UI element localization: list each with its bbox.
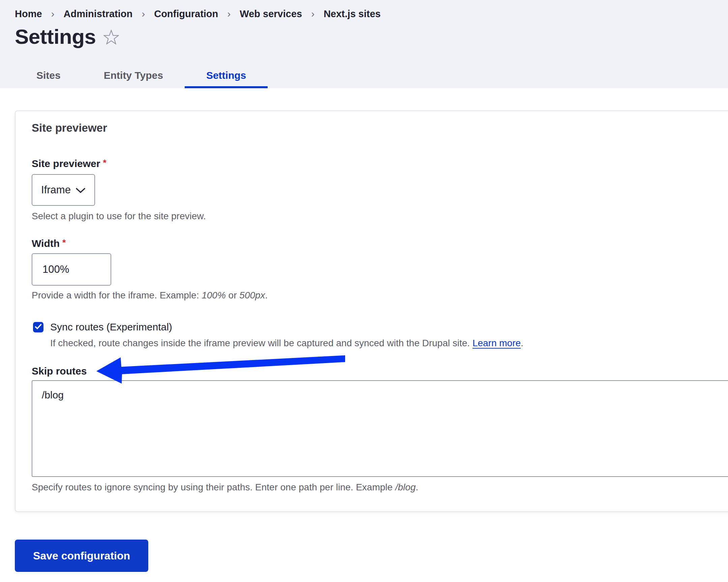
breadcrumb-item-web-services[interactable]: Web services (240, 8, 302, 20)
site-previewer-select[interactable]: Iframe (32, 174, 95, 206)
site-previewer-select-value: Iframe (41, 184, 71, 196)
breadcrumb-separator-icon: › (311, 8, 314, 20)
skip-routes-textarea[interactable]: /blog (32, 380, 728, 477)
breadcrumb-item-administration[interactable]: Administration (64, 8, 133, 20)
learn-more-link[interactable]: Learn more (472, 338, 521, 348)
breadcrumb-separator-icon: › (227, 8, 231, 20)
breadcrumb-item-nextjs-sites[interactable]: Next.js sites (323, 8, 381, 20)
page-header: Home › Administration › Configuration › … (0, 0, 728, 88)
breadcrumb-item-configuration[interactable]: Configuration (154, 8, 218, 20)
save-configuration-button[interactable]: Save configuration (15, 539, 148, 572)
sync-routes-description: If checked, route changes inside the ifr… (50, 337, 712, 350)
breadcrumb-separator-icon: › (141, 8, 145, 20)
site-previewer-card: Site previewer Site previewer* Iframe Se… (15, 110, 728, 512)
width-input[interactable] (32, 253, 111, 286)
main-content: Site previewer Site previewer* Iframe Se… (0, 110, 728, 572)
tab-bar: Sites Entity Types Settings (15, 63, 728, 88)
skip-routes-label: Skip routes (32, 364, 712, 378)
page-title: Settings (15, 24, 96, 49)
checkmark-icon (34, 323, 42, 331)
required-marker: * (62, 238, 66, 248)
tab-sites[interactable]: Sites (15, 63, 82, 88)
breadcrumb-separator-icon: › (51, 8, 55, 20)
chevron-down-icon (76, 184, 86, 196)
width-description: Provide a width for the iframe. Example:… (32, 289, 712, 302)
sync-routes-checkbox[interactable] (33, 322, 44, 332)
width-label: Width* (32, 237, 712, 251)
breadcrumb-item-home[interactable]: Home (15, 8, 42, 20)
tab-settings[interactable]: Settings (185, 63, 268, 88)
site-previewer-label: Site previewer* (32, 157, 712, 171)
tab-entity-types[interactable]: Entity Types (82, 63, 185, 88)
section-heading: Site previewer (32, 120, 712, 135)
skip-routes-description: Specify routes to ignore syncing by usin… (32, 481, 712, 494)
site-previewer-description: Select a plugin to use for the site prev… (32, 210, 712, 223)
sync-routes-label[interactable]: Sync routes (Experimental) (50, 321, 172, 333)
star-outline-icon[interactable] (103, 30, 119, 46)
breadcrumb: Home › Administration › Configuration › … (15, 8, 728, 20)
required-marker: * (103, 158, 106, 168)
